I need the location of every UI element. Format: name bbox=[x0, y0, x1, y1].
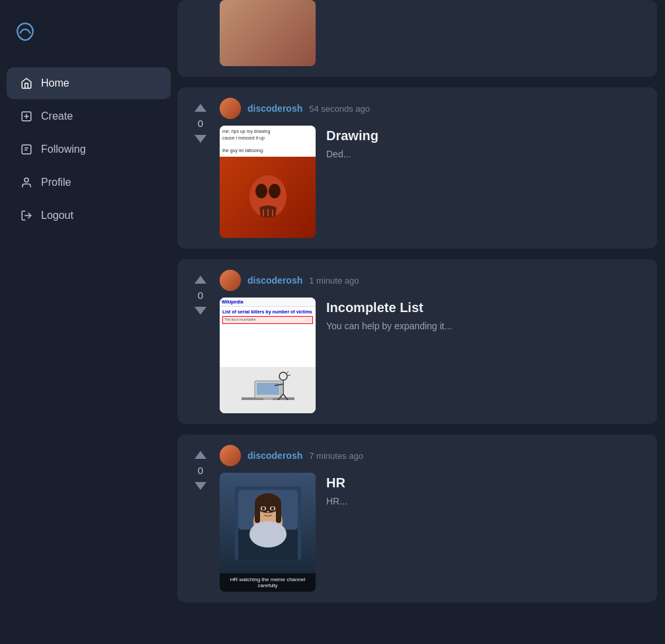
upvote-button-hr[interactable] bbox=[193, 448, 208, 462]
sidebar-item-logout[interactable]: Logout bbox=[7, 200, 171, 231]
avatar-hr bbox=[220, 445, 241, 466]
post-card-drawing: 0 discoderosh 54 seconds ago me: rips up… bbox=[177, 87, 657, 249]
meme-hr-caption: HR watching the meme channel carefully bbox=[220, 573, 316, 592]
username-drawing[interactable]: discoderosh bbox=[247, 103, 302, 114]
main-content: 0 discoderosh 54 seconds ago me: rips up… bbox=[177, 0, 665, 644]
timestamp-drawing: 54 seconds ago bbox=[309, 104, 370, 114]
post-card-partial bbox=[177, 0, 657, 77]
post-card-incomplete: 0 discoderosh 1 minute ago Wikipedia bbox=[177, 259, 657, 424]
post-text-drawing: Drawing Ded... bbox=[326, 126, 378, 159]
home-icon bbox=[20, 77, 33, 90]
meme-drawing-image bbox=[220, 157, 316, 238]
thumbnail-drawing: me: rips up my drawing cause i messed it… bbox=[220, 126, 316, 238]
vote-count-incomplete: 0 bbox=[198, 290, 203, 301]
avatar-drawing bbox=[220, 98, 241, 119]
meme-line3: the guy im tattooing: bbox=[222, 148, 264, 153]
svg-line-21 bbox=[286, 372, 288, 374]
sidebar-item-create-label: Create bbox=[41, 110, 73, 122]
username-hr[interactable]: discoderosh bbox=[247, 450, 302, 461]
vote-section-drawing: 0 bbox=[191, 98, 210, 146]
post-body-hr: discoderosh 7 minutes ago bbox=[220, 445, 644, 592]
wiki-title: List of serial killers by number of vict… bbox=[222, 309, 313, 314]
svg-point-7 bbox=[255, 184, 267, 198]
vote-count-hr: 0 bbox=[198, 465, 203, 476]
svg-point-4 bbox=[24, 178, 28, 182]
downvote-button-incomplete[interactable] bbox=[193, 303, 208, 318]
partial-thumbnail bbox=[220, 0, 316, 66]
upvote-arrow-down bbox=[195, 135, 206, 143]
sidebar-nav: Home Create Following bbox=[0, 66, 177, 233]
post-card-hr: 0 discoderosh 7 minutes ago bbox=[177, 434, 657, 602]
sidebar-item-following-label: Following bbox=[41, 143, 86, 155]
vote-count-drawing: 0 bbox=[198, 118, 203, 129]
vote-section-incomplete: 0 bbox=[191, 270, 210, 318]
post-header-drawing: discoderosh 54 seconds ago bbox=[220, 98, 644, 119]
sidebar-item-profile[interactable]: Profile bbox=[7, 167, 171, 198]
post-desc-hr: HR... bbox=[326, 496, 347, 506]
upvote-arrow-up bbox=[195, 104, 206, 112]
upvote-arrow-up-2 bbox=[195, 276, 206, 284]
upvote-button-incomplete[interactable] bbox=[193, 272, 208, 287]
svg-line-22 bbox=[287, 375, 290, 376]
svg-rect-29 bbox=[255, 503, 260, 523]
upvote-arrow-up-3 bbox=[195, 451, 206, 459]
post-text-incomplete: Incomplete List You can help by expandin… bbox=[326, 298, 452, 331]
thumbnail-hr: HR watching the meme channel carefully bbox=[220, 473, 316, 592]
post-content-hr: HR watching the meme channel carefully H… bbox=[220, 473, 644, 592]
upvote-arrow-down-2 bbox=[195, 307, 206, 315]
svg-point-36 bbox=[249, 521, 287, 547]
vote-section-partial bbox=[191, 0, 210, 3]
sidebar-item-logout-label: Logout bbox=[41, 210, 73, 221]
meme-wiki-visual: Wikipedia List of serial killers by numb… bbox=[220, 298, 316, 413]
svg-point-35 bbox=[267, 511, 269, 513]
skull-svg bbox=[245, 171, 291, 224]
logo-area bbox=[0, 13, 177, 66]
post-body-incomplete: discoderosh 1 minute ago Wikipedia List … bbox=[220, 270, 644, 413]
hr-woman-svg bbox=[235, 487, 301, 559]
sidebar: Home Create Following bbox=[0, 0, 177, 644]
post-desc-incomplete: You can help by expanding it... bbox=[326, 321, 452, 331]
sidebar-item-following[interactable]: Following bbox=[7, 134, 171, 165]
avatar-incomplete bbox=[220, 270, 241, 291]
post-desc-drawing: Ded... bbox=[326, 149, 378, 159]
svg-point-8 bbox=[269, 184, 281, 198]
wiki-logo-text: Wikipedia bbox=[222, 300, 244, 304]
following-icon bbox=[20, 143, 33, 156]
timestamp-hr: 7 minutes ago bbox=[309, 451, 363, 461]
meme-wiki-header: Wikipedia bbox=[220, 298, 316, 307]
upvote-arrow-down-3 bbox=[195, 482, 206, 490]
meme-line2: cause i messed it up bbox=[222, 136, 265, 140]
meme-hr-visual: HR watching the meme channel carefully bbox=[220, 473, 316, 592]
svg-rect-15 bbox=[263, 398, 273, 400]
sidebar-item-home[interactable]: Home bbox=[7, 67, 171, 99]
username-incomplete[interactable]: discoderosh bbox=[247, 275, 302, 286]
meme-line1: me: rips up my drawing bbox=[222, 129, 270, 134]
downvote-button-hr[interactable] bbox=[193, 479, 208, 493]
sidebar-item-create[interactable]: Create bbox=[7, 101, 171, 132]
post-content-drawing: me: rips up my drawing cause i messed it… bbox=[220, 126, 644, 238]
post-title-incomplete: Incomplete List bbox=[326, 300, 452, 315]
post-body-drawing: discoderosh 54 seconds ago me: rips up m… bbox=[220, 98, 644, 238]
wiki-highlight: This list is incomplete bbox=[222, 316, 313, 324]
svg-point-34 bbox=[271, 507, 274, 510]
vote-section-hr: 0 bbox=[191, 445, 210, 493]
meme-wiki-stickman bbox=[220, 367, 316, 413]
meme-hr-face bbox=[220, 473, 316, 573]
app-logo-icon bbox=[13, 20, 37, 44]
post-header-incomplete: discoderosh 1 minute ago bbox=[220, 270, 644, 291]
timestamp-incomplete: 1 minute ago bbox=[309, 276, 359, 286]
upvote-button-drawing[interactable] bbox=[193, 101, 208, 115]
post-title-hr: HR bbox=[326, 475, 347, 491]
post-title-drawing: Drawing bbox=[326, 128, 378, 143]
wiki-body-text: This list is incomplete bbox=[222, 316, 313, 324]
profile-icon bbox=[20, 176, 33, 189]
post-text-hr: HR HR... bbox=[326, 473, 347, 506]
meme-drawing-caption: me: rips up my drawing cause i messed it… bbox=[220, 126, 316, 157]
sidebar-item-profile-label: Profile bbox=[41, 177, 71, 188]
post-header-hr: discoderosh 7 minutes ago bbox=[220, 445, 644, 466]
svg-rect-30 bbox=[276, 503, 281, 523]
create-icon bbox=[20, 110, 33, 123]
meme-drawing-visual: me: rips up my drawing cause i messed it… bbox=[220, 126, 316, 238]
downvote-button-drawing[interactable] bbox=[193, 132, 208, 146]
meme-wiki-body: List of serial killers by number of vict… bbox=[220, 307, 316, 367]
